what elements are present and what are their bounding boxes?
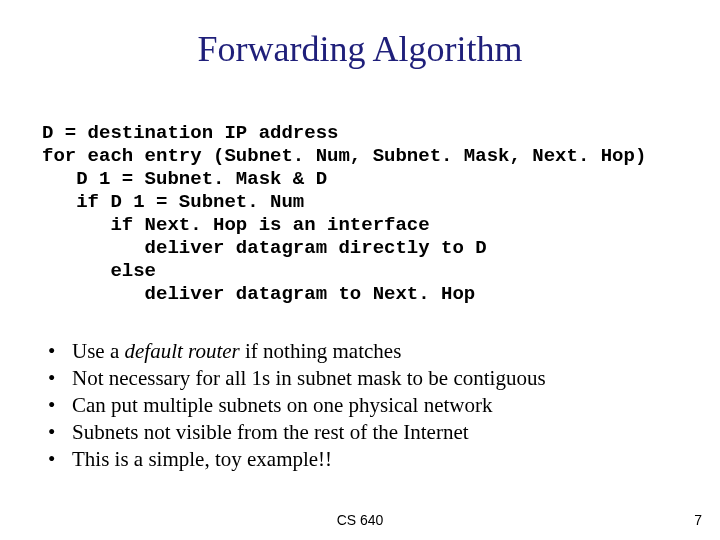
algorithm-code-block: D = destination IP address for each entr…	[42, 122, 646, 306]
text-emphasis: default router	[124, 339, 239, 363]
text-run: if nothing matches	[240, 339, 402, 363]
page-number: 7	[694, 512, 702, 528]
bullet-text: Can put multiple subnets on one physical…	[72, 392, 493, 419]
bullet-text: Not necessary for all 1s in subnet mask …	[72, 365, 546, 392]
code-line: else	[42, 260, 156, 282]
slide: Forwarding Algorithm D = destination IP …	[0, 0, 720, 540]
code-line: deliver datagram directly to D	[42, 237, 487, 259]
bullet-dot-icon: •	[48, 365, 72, 392]
code-line: if Next. Hop is an interface	[42, 214, 430, 236]
bullet-dot-icon: •	[48, 446, 72, 473]
footer-center: CS 640	[0, 512, 720, 528]
code-line: for each entry (Subnet. Num, Subnet. Mas…	[42, 145, 646, 167]
list-item: • Not necessary for all 1s in subnet mas…	[48, 365, 546, 392]
text-run: Use a	[72, 339, 124, 363]
bullet-text: This is a simple, toy example!!	[72, 446, 332, 473]
code-line: D = destination IP address	[42, 122, 338, 144]
bullet-text: Use a default router if nothing matches	[72, 338, 401, 365]
list-item: • Can put multiple subnets on one physic…	[48, 392, 546, 419]
list-item: • Use a default router if nothing matche…	[48, 338, 546, 365]
bullet-list: • Use a default router if nothing matche…	[48, 338, 546, 473]
code-line: deliver datagram to Next. Hop	[42, 283, 475, 305]
bullet-dot-icon: •	[48, 338, 72, 365]
code-line: if D 1 = Subnet. Num	[42, 191, 304, 213]
bullet-text: Subnets not visible from the rest of the…	[72, 419, 469, 446]
bullet-dot-icon: •	[48, 392, 72, 419]
bullet-dot-icon: •	[48, 419, 72, 446]
list-item: • Subnets not visible from the rest of t…	[48, 419, 546, 446]
list-item: • This is a simple, toy example!!	[48, 446, 546, 473]
code-line: D 1 = Subnet. Mask & D	[42, 168, 327, 190]
slide-title: Forwarding Algorithm	[0, 28, 720, 70]
